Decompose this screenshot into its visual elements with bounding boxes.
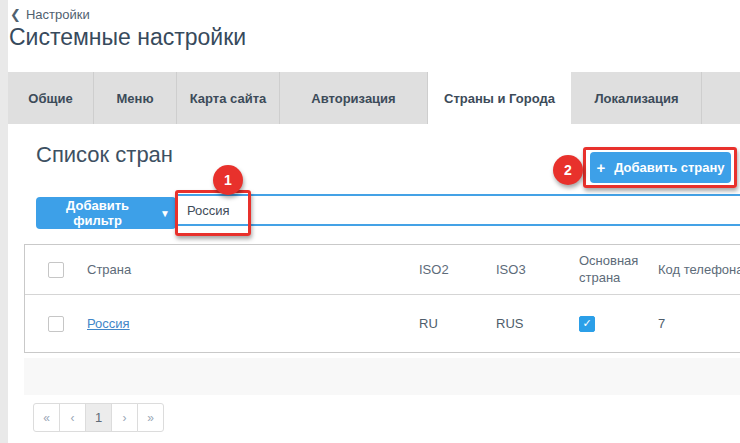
breadcrumb-label: Настройки	[26, 7, 90, 22]
tab-general[interactable]: Общие	[8, 72, 94, 124]
caret-down-icon: ▼	[160, 208, 170, 219]
select-all-checkbox[interactable]	[48, 262, 64, 278]
pagination-last-button[interactable]: »	[137, 403, 164, 432]
pagination-first-button[interactable]: «	[33, 403, 60, 432]
table-row: Россия RU RUS ✓ 7	[25, 295, 740, 352]
page-title: Системные настройки	[9, 24, 246, 51]
column-header-main-country: Основная страна	[579, 253, 658, 287]
pagination-page-1-button[interactable]: 1	[85, 403, 112, 432]
add-filter-button-label: Добавить фильтр	[42, 198, 153, 228]
tab-localization[interactable]: Локализация	[572, 72, 702, 124]
column-header-iso3: ISO3	[496, 262, 579, 277]
main-country-checkbox[interactable]: ✓	[579, 316, 595, 332]
add-country-button-label: Добавить страну	[614, 160, 724, 175]
breadcrumb-back-link[interactable]: ❮ Настройки	[10, 7, 90, 22]
settings-tabbar: Общие Меню Карта сайта Авторизация Стран…	[8, 72, 740, 124]
table-footer-band	[24, 358, 740, 395]
pagination-next-button[interactable]: ›	[111, 403, 138, 432]
column-header-iso2: ISO2	[419, 262, 496, 277]
cell-iso2: RU	[419, 316, 496, 331]
countries-table: Страна ISO2 ISO3 Основная страна Код тел…	[24, 244, 740, 353]
pagination-prev-button[interactable]: ‹	[59, 403, 86, 432]
annotation-badge-2: 2	[553, 155, 583, 185]
tab-sitemap[interactable]: Карта сайта	[177, 72, 280, 124]
chevron-left-icon: ❮	[10, 7, 21, 22]
cell-iso3: RUS	[496, 316, 579, 331]
add-country-button[interactable]: + Добавить страну	[590, 152, 731, 183]
left-gutter	[0, 0, 8, 443]
filter-value-input[interactable]	[176, 194, 740, 226]
column-header-country: Страна	[87, 262, 419, 277]
annotation-badge-1: 1	[213, 165, 243, 195]
country-link[interactable]: Россия	[87, 316, 130, 331]
plus-icon: +	[596, 159, 605, 176]
tab-countries-and-cities[interactable]: Страны и Города	[428, 72, 572, 124]
tab-menu[interactable]: Меню	[94, 72, 177, 124]
cell-phone-code: 7	[658, 316, 740, 331]
tab-authorization[interactable]: Авторизация	[280, 72, 428, 124]
row-select-checkbox[interactable]	[48, 316, 64, 332]
pagination: « ‹ 1 › »	[33, 403, 164, 432]
section-title: Список стран	[36, 142, 173, 168]
add-filter-button[interactable]: Добавить фильтр ▼	[36, 197, 176, 229]
column-header-phone-code: Код телефона	[658, 262, 740, 277]
table-header-row: Страна ISO2 ISO3 Основная страна Код тел…	[25, 245, 740, 295]
